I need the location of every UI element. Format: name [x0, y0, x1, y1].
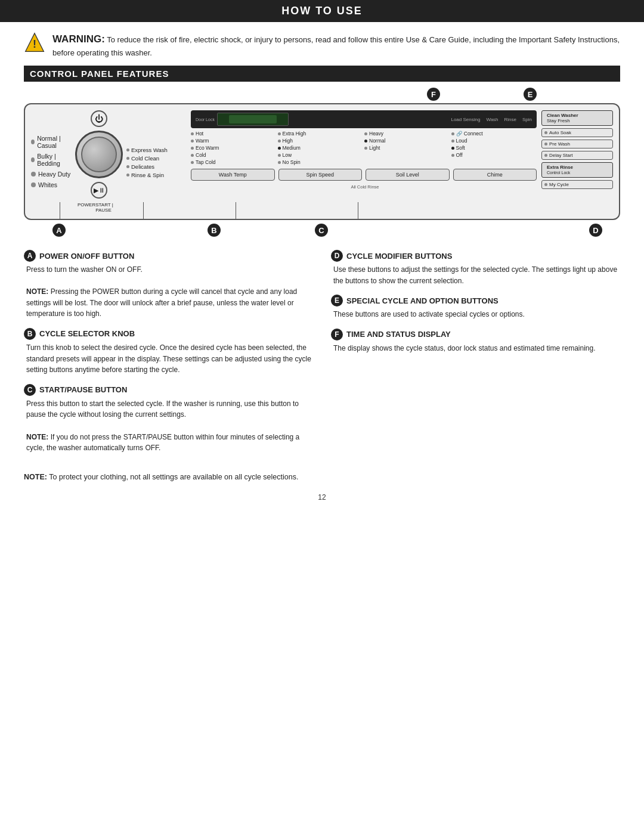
warning-text: WARNING: To reduce the risk of fire, ele…	[52, 32, 620, 58]
feature-c-note-label: NOTE:	[26, 433, 48, 441]
cycle-heavy: Heavy Duty	[31, 171, 72, 178]
cycle-knob[interactable]	[75, 131, 123, 178]
feature-c-body: Press this button to start the selected …	[24, 398, 313, 454]
opt-rinse-spin: Rinse & Spin	[126, 172, 186, 178]
feature-a-circle: A	[24, 250, 36, 262]
section-heading-text: CONTROL PANEL FEATURES	[30, 69, 169, 79]
opt-delicates: Delicates	[126, 163, 186, 170]
cycle-normal: Normal | Casual	[31, 135, 72, 149]
panel-left: Normal | Casual Bulky | Bedding Heavy Du…	[31, 110, 186, 213]
button-labels: POWER START | PAUSE	[75, 202, 123, 213]
label-d-circle: D	[589, 224, 602, 237]
feature-b-circle: B	[24, 328, 36, 340]
header-title: HOW TO USE	[281, 5, 363, 17]
opt-express: Express Wash	[126, 147, 186, 153]
svg-text:!: !	[33, 38, 36, 50]
feature-c: C START/PAUSE BUTTON Press this button t…	[24, 384, 313, 454]
control-panel-box: Normal | Casual Bulky | Bedding Heavy Du…	[24, 103, 620, 220]
label-b-area: B	[208, 224, 221, 237]
feature-c-title: C START/PAUSE BUTTON	[24, 384, 313, 396]
power-label: POWER	[78, 202, 95, 213]
delay-start-button[interactable]: Delay Start	[541, 151, 613, 160]
feature-descriptions: A POWER ON/OFF BUTTON Press to turn the …	[0, 244, 644, 468]
label-a-area: A	[52, 224, 66, 237]
label-a-circle: A	[52, 224, 66, 237]
feature-f-body: The display shows the cycle status, door…	[331, 343, 620, 354]
label-b-circle: B	[208, 224, 221, 237]
soil-col: Heavy Normal Light	[364, 131, 450, 165]
bottom-note-label: NOTE:	[24, 473, 47, 481]
warning-block: ! WARNING: To reduce the risk of fire, e…	[0, 22, 644, 63]
cycle-buttons-row: Wash Temp Spin Speed Soil Level Chime	[191, 168, 537, 182]
display-screen	[217, 113, 289, 126]
feature-c-circle: C	[24, 384, 36, 396]
feature-a-body: Press to turn the washer ON or OFF. NOTE…	[24, 264, 313, 320]
cycle-whites: Whites	[31, 181, 72, 188]
panel-middle: Door Lock Load Sensing Wash Rinse Spin H…	[191, 110, 537, 213]
opt-cold: Cold Clean	[126, 155, 186, 162]
feature-a-note-label: NOTE:	[26, 287, 48, 296]
wash-temp-button[interactable]: Wash Temp	[191, 169, 275, 181]
auto-soak-button[interactable]: Auto Soak	[541, 128, 613, 137]
label-c-area: C	[315, 224, 328, 237]
label-e-circle: E	[524, 88, 537, 101]
feature-b-body: Turn this knob to select the desired cyc…	[24, 342, 313, 376]
feature-e-title: E SPECIAL CYCLE AND OPTION BUTTONS	[331, 295, 620, 306]
label-c-circle: C	[315, 224, 328, 237]
pre-wash-button[interactable]: Pre Wash	[541, 140, 613, 148]
cycle-bulky: Bulky | Bedding	[31, 153, 72, 167]
cycle-dot	[31, 140, 35, 144]
extra-cycles: Express Wash Cold Clean Delicates Rinse …	[126, 145, 186, 178]
warning-icon: !	[24, 32, 45, 53]
label-d-area: D	[589, 224, 602, 237]
diagram-area: F E Normal | Casual Bulky | Bedding Heav…	[24, 88, 620, 238]
warning-label: WARNING:	[52, 35, 105, 44]
bottom-note-text: To protect your clothing, not all settin…	[49, 473, 298, 481]
page-number: 12	[0, 488, 644, 511]
temp-col: Hot Warm Eco Warm Cold Tap Cold	[191, 131, 277, 165]
label-f-circle: F	[427, 88, 440, 101]
feature-e: E SPECIAL CYCLE AND OPTION BUTTONS These…	[331, 295, 620, 320]
all-cold-rinse-label: All Cold Rinse	[191, 184, 537, 190]
feature-f: F TIME AND STATUS DISPLAY The display sh…	[331, 329, 620, 354]
feature-b-title: B CYCLE SELECTOR KNOB	[24, 328, 313, 340]
feature-d-circle: D	[331, 250, 343, 262]
feature-a-title: A POWER ON/OFF BUTTON	[24, 250, 313, 262]
feature-e-body: These buttons are used to activate speci…	[331, 309, 620, 320]
warning-body: To reduce the risk of fire, electric sho…	[52, 35, 620, 57]
chime-button[interactable]: Chime	[453, 169, 537, 181]
cycle-list: Normal | Casual Bulky | Bedding Heavy Du…	[31, 135, 72, 188]
feature-a: A POWER ON/OFF BUTTON Press to turn the …	[24, 250, 313, 320]
soil-level-button[interactable]: Soil Level	[366, 169, 450, 181]
bottom-note: NOTE: To protect your clothing, not all …	[0, 468, 644, 489]
feature-d-title: D CYCLE MODIFIER BUTTONS	[331, 250, 620, 262]
feature-b: B CYCLE SELECTOR KNOB Turn this knob to …	[24, 328, 313, 376]
clean-washer-button[interactable]: Clean WasherStay Fresh	[541, 110, 613, 126]
page-header: HOW TO USE	[0, 0, 644, 22]
power-button-icon[interactable]: ⏻	[91, 110, 107, 127]
my-cycle-button[interactable]: My Cycle	[541, 180, 613, 189]
right-column: D CYCLE MODIFIER BUTTONS Use these butto…	[331, 250, 620, 462]
start-pause-button-icon[interactable]: ▶⏸	[91, 182, 107, 199]
feature-f-title: F TIME AND STATUS DISPLAY	[331, 329, 620, 340]
cycle-dot	[31, 182, 36, 187]
panel-right: Clean WasherStay Fresh Auto Soak Pre Was…	[541, 110, 613, 213]
feature-d-body: Use these buttons to adjust the settings…	[331, 264, 620, 286]
cycle-dot	[31, 157, 35, 162]
display-bar: Door Lock Load Sensing Wash Rinse Spin	[191, 110, 537, 128]
section-heading: CONTROL PANEL FEATURES	[24, 66, 620, 82]
connect-col: 🔗 Connect Loud Soft Off	[451, 131, 537, 165]
extra-rinse-button[interactable]: Extra RinseControl Lock	[541, 162, 613, 178]
start-pause-label: START | PAUSE	[95, 202, 120, 213]
spin-speed-button[interactable]: Spin Speed	[278, 169, 363, 181]
knob-area: ⏻ ▶⏸ POWER START | PAUSE	[75, 110, 123, 213]
left-column: A POWER ON/OFF BUTTON Press to turn the …	[24, 250, 313, 462]
cycle-dot	[31, 172, 36, 176]
feature-d: D CYCLE MODIFIER BUTTONS Use these butto…	[331, 250, 620, 286]
spin-col: Extra High High Medium Low No Spin	[278, 131, 364, 165]
display-labels: Load Sensing Wash Rinse Spin	[451, 117, 532, 122]
settings-grid: Hot Warm Eco Warm Cold Tap Cold Extra Hi…	[191, 131, 537, 165]
feature-f-circle: F	[331, 329, 343, 340]
feature-e-circle: E	[331, 295, 343, 306]
